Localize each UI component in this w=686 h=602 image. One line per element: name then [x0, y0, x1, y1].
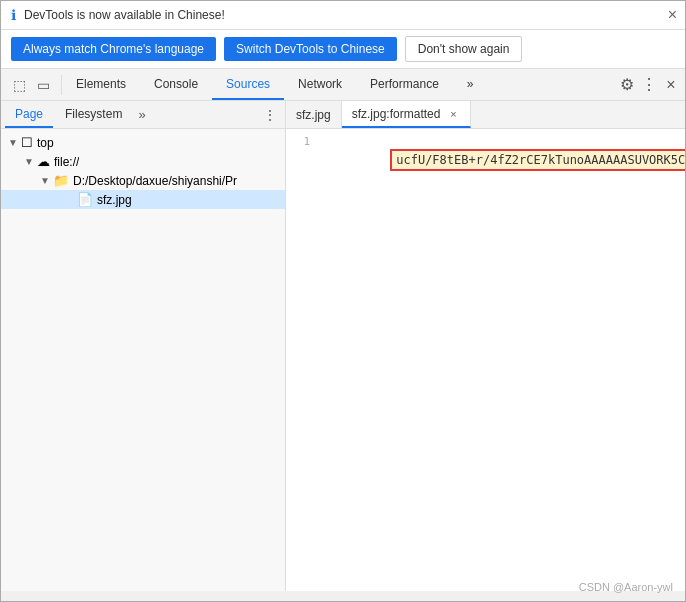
tab-network[interactable]: Network — [284, 69, 356, 100]
panel-options: ⋮ — [259, 107, 281, 123]
notification-text: DevTools is now available in Chinese! — [24, 8, 225, 22]
source-tab-close-icon[interactable]: × — [446, 107, 460, 121]
line-number-1: 1 — [286, 133, 318, 151]
toolbar-left-icons: ⬚ ▭ — [1, 75, 62, 95]
tree-arrow-file: ▼ — [21, 156, 37, 167]
main-toolbar: ⬚ ▭ Elements Console Sources Network Per… — [1, 69, 685, 101]
tab-more[interactable]: » — [453, 69, 488, 100]
tree-arrow-top: ▼ — [5, 137, 21, 148]
tree-item-folder[interactable]: ▼ 📁 D:/Desktop/daxue/shiyanshi/Pr — [1, 171, 285, 190]
tree-item-top[interactable]: ▼ ☐ top — [1, 133, 285, 152]
toolbar-right: ⚙ ⋮ × — [613, 75, 685, 95]
panel-tab-more[interactable]: » — [134, 107, 149, 122]
tree-label-file: file:// — [54, 155, 79, 169]
source-tab-sfz-formatted-label: sfz.jpg:formatted — [352, 107, 441, 121]
code-line-1: 1 ucfU/F8tEB+r/4fZ2rCE7kTunoAAAAAASUVORK… — [286, 133, 685, 187]
device-icon[interactable]: ▭ — [33, 75, 53, 95]
tab-elements[interactable]: Elements — [62, 69, 140, 100]
tree-label-sfz: sfz.jpg — [97, 193, 132, 207]
settings-icon[interactable]: ⚙ — [617, 75, 637, 95]
highlighted-code: ucfU/F8tEB+r/4fZ2rCE7kTunoAAAAAASUVORK5C… — [390, 149, 685, 171]
panel-tab-page[interactable]: Page — [5, 101, 53, 128]
notification-bar: ℹ DevTools is now available in Chinese! … — [1, 1, 685, 30]
source-tab-sfz[interactable]: sfz.jpg — [286, 101, 342, 128]
file-icon-sfz: 📄 — [77, 192, 93, 207]
tree-item-file[interactable]: ▼ ☁ file:// — [1, 152, 285, 171]
tree-label-folder: D:/Desktop/daxue/shiyanshi/Pr — [73, 174, 237, 188]
dont-show-button[interactable]: Don't show again — [405, 36, 523, 62]
switch-chinese-button[interactable]: Switch DevTools to Chinese — [224, 37, 397, 61]
source-tab-sfz-label: sfz.jpg — [296, 108, 331, 122]
panel-tabs: Page Filesystem » ⋮ — [1, 101, 285, 129]
close-devtools-icon[interactable]: × — [661, 75, 681, 95]
tab-performance[interactable]: Performance — [356, 69, 453, 100]
always-match-button[interactable]: Always match Chrome's language — [11, 37, 216, 61]
tree-label-top: top — [37, 136, 54, 150]
source-tab-sfz-formatted[interactable]: sfz.jpg:formatted × — [342, 101, 472, 128]
source-tabs: sfz.jpg sfz.jpg:formatted × — [286, 101, 685, 129]
folder-icon: 📁 — [53, 173, 69, 188]
devtools-body: Page Filesystem » ⋮ ▼ ☐ top ▼ ☁ file:// — [1, 101, 685, 591]
button-bar: Always match Chrome's language Switch De… — [1, 30, 685, 69]
tree-item-sfz[interactable]: 📄 sfz.jpg — [1, 190, 285, 209]
tab-sources[interactable]: Sources — [212, 69, 284, 100]
file-tree: ▼ ☐ top ▼ ☁ file:// ▼ 📁 D:/Desktop/daxue… — [1, 129, 285, 591]
tab-console[interactable]: Console — [140, 69, 212, 100]
line-content-1: ucfU/F8tEB+r/4fZ2rCE7kTunoAAAAAASUVORK5C… — [318, 133, 685, 187]
tree-arrow-folder: ▼ — [37, 175, 53, 186]
folder-icon-top: ☐ — [21, 135, 33, 150]
info-icon: ℹ — [11, 7, 16, 23]
panel-options-icon[interactable]: ⋮ — [259, 107, 281, 123]
cloud-icon-file: ☁ — [37, 154, 50, 169]
panel-tab-filesystem[interactable]: Filesystem — [55, 101, 132, 128]
toolbar-tabs: Elements Console Sources Network Perform… — [62, 69, 613, 100]
notification-close-button[interactable]: × — [668, 7, 677, 23]
right-panel: sfz.jpg sfz.jpg:formatted × 1 ucfU/F8tEB… — [286, 101, 685, 591]
inspect-icon[interactable]: ⬚ — [9, 75, 29, 95]
watermark: CSDN @Aaron-ywl — [579, 581, 673, 593]
more-menu-icon[interactable]: ⋮ — [639, 75, 659, 95]
left-panel: Page Filesystem » ⋮ ▼ ☐ top ▼ ☁ file:// — [1, 101, 286, 591]
code-area: 1 ucfU/F8tEB+r/4fZ2rCE7kTunoAAAAAASUVORK… — [286, 129, 685, 591]
